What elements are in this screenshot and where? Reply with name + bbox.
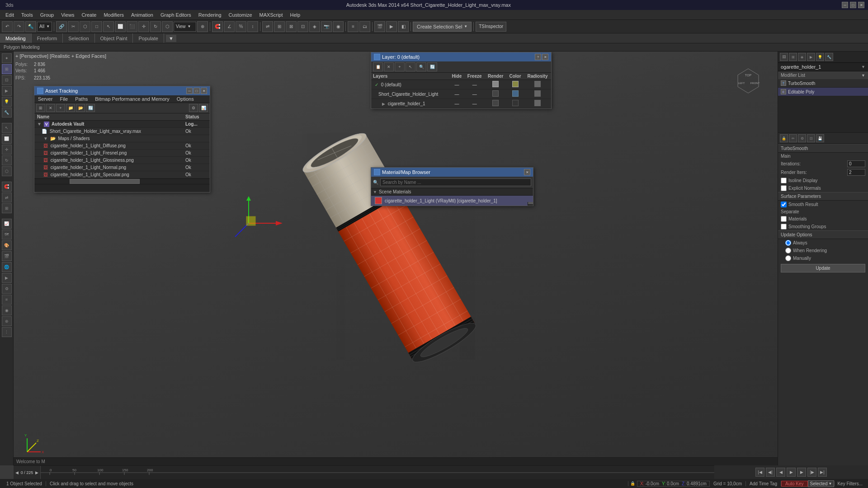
at-btn-5[interactable]: 📂 — [76, 104, 85, 112]
scale-button[interactable]: ⬡ — [162, 21, 173, 32]
angle-snap[interactable]: ∠ — [224, 21, 235, 32]
env-effects-icon[interactable]: 🌐 — [2, 262, 12, 272]
unlink-button[interactable]: ✂ — [68, 21, 79, 32]
menu-help[interactable]: Help — [287, 11, 304, 19]
tab-object-paint[interactable]: Object Paint — [95, 33, 133, 43]
extra-1-icon[interactable]: ◉ — [2, 305, 12, 315]
at-row-maps[interactable]: ▼ 📂 Maps / Shaders — [34, 135, 210, 142]
lw-help-btn[interactable]: ? — [535, 54, 541, 60]
maximize-button[interactable]: □ — [850, 2, 856, 8]
motion-panel-icon[interactable]: ▶ — [2, 86, 12, 96]
tl-end-btn[interactable]: ▶| — [818, 468, 827, 477]
curve-editor-icon[interactable]: 📈 — [2, 219, 12, 229]
manage-scene[interactable]: 🗂 — [359, 21, 370, 32]
reference-coord-dropdown[interactable]: View ▼ — [174, 22, 196, 32]
select-filter-button[interactable]: □ — [91, 21, 102, 32]
lw-cell-cig-radiosity[interactable] — [524, 89, 551, 99]
at-row-vault[interactable]: ▼ V Autodesk Vault Log... — [34, 121, 210, 128]
surface-params-title[interactable]: Surface Parameters — [778, 192, 868, 201]
add-time-tag-status[interactable]: Add Time Tag — [746, 481, 781, 486]
select-move-button[interactable]: ✛ — [138, 21, 149, 32]
rp-icon-5[interactable]: 💡 — [816, 53, 824, 61]
window-crossing-button[interactable]: ⬛ — [127, 21, 137, 32]
at-row-maxfile[interactable]: 📄 Short_Cigarette_Holder_Light_max_vray.… — [34, 128, 210, 135]
ts-isoline-checkbox[interactable] — [781, 178, 787, 183]
edit-icon[interactable]: ✏ — [789, 134, 797, 142]
at-menu-bitmap[interactable]: Bitmap Performance and Memory — [91, 95, 173, 103]
at-row-diffuse[interactable]: 🖼 cigarette_holder_1_Light_Diffuse.png O… — [34, 142, 210, 150]
save-right-icon[interactable]: 💾 — [816, 134, 824, 142]
snap-toggle[interactable]: 🧲 — [212, 21, 223, 32]
timeline-next-btn[interactable]: ▶ — [35, 470, 38, 475]
normal-align[interactable]: ⊡ — [297, 21, 308, 32]
rotate-button[interactable]: ↻ — [150, 21, 161, 32]
menu-animation[interactable]: Animation — [127, 11, 157, 19]
lw-cell-cig1-radiosity[interactable] — [524, 99, 551, 108]
rp-icon-6[interactable]: 🔧 — [825, 53, 833, 61]
viewport-gizmo[interactable]: TOP FRONT LEFT — [732, 65, 764, 97]
lw-cell-cig1-render[interactable] — [485, 99, 506, 108]
when-rendering-radio[interactable] — [785, 248, 791, 253]
at-btn-6[interactable]: 🔄 — [86, 104, 95, 112]
ts-explicit-checkbox[interactable] — [781, 185, 787, 191]
menu-maxscript[interactable]: MAXScript — [256, 11, 287, 19]
lw-cell-default-radiosity[interactable] — [524, 80, 551, 89]
render-setup[interactable]: 🎬 — [374, 21, 385, 32]
at-minimize-btn[interactable]: ─ — [186, 88, 193, 94]
undo-button[interactable]: ↶ — [2, 21, 13, 32]
mb-close-btn[interactable]: ✕ — [524, 169, 530, 175]
tab-selection[interactable]: Selection — [63, 33, 94, 43]
always-radio[interactable] — [785, 240, 791, 246]
scale-side-icon[interactable]: ⬡ — [2, 166, 12, 176]
modifier-turbosmooth[interactable]: T TurboSmooth — [778, 79, 868, 88]
menu-modifiers[interactable]: Modifiers — [100, 11, 127, 19]
extra-2-icon[interactable]: ⊛ — [2, 316, 12, 326]
ts-render-iters-input[interactable] — [847, 169, 865, 176]
lock-icon[interactable]: 🔒 — [780, 134, 788, 142]
lw-new-btn[interactable]: 📋 — [373, 62, 383, 71]
modifier-editable-poly[interactable]: E Editable Poly — [778, 88, 868, 96]
at-menu-file[interactable]: File — [56, 95, 71, 103]
at-maximize-btn[interactable]: □ — [193, 88, 200, 94]
align-to-view[interactable]: ◉ — [333, 21, 344, 32]
lw-close-btn[interactable]: ✕ — [542, 54, 548, 60]
pivot-button[interactable]: ⊕ — [197, 21, 208, 32]
material-browser-title-bar[interactable]: Material/Map Browser ✕ — [371, 168, 533, 177]
menu-tools[interactable]: Tools — [18, 11, 37, 19]
lw-refresh-btn[interactable]: 🔄 — [427, 62, 437, 71]
material-browser-scrollbar[interactable] — [528, 202, 533, 206]
at-row-normal[interactable]: 🖼 cigarette_holder_1_Light_Normal.png Ok — [34, 164, 210, 171]
material-item-cig[interactable]: cigarette_holder_1_Light (VRayMtl) [ciga… — [371, 196, 533, 206]
display-panel-icon[interactable]: 💡 — [2, 97, 12, 107]
turbosmooth-section-title[interactable]: TurboSmooth — [778, 144, 868, 153]
layers-side-icon[interactable]: ≡ — [2, 295, 12, 305]
tab-populate[interactable]: Populate — [133, 33, 164, 43]
materials-checkbox[interactable] — [781, 216, 787, 222]
smooth-result-checkbox[interactable] — [781, 202, 787, 207]
lw-find-btn[interactable]: 🔍 — [416, 62, 426, 71]
viewport-settings-icon[interactable]: ⚙ — [2, 284, 12, 294]
align-right-icon[interactable]: ⊡ — [807, 134, 815, 142]
menu-group[interactable]: Group — [37, 11, 58, 19]
render-frame[interactable]: ▶ — [386, 21, 397, 32]
at-btn-4[interactable]: 📁 — [66, 104, 75, 112]
material-search-input[interactable] — [380, 178, 531, 186]
rp-icon-3[interactable]: ◈ — [798, 53, 806, 61]
layer-window-title-bar[interactable]: Layer: 0 (default) ? ✕ — [371, 52, 551, 61]
tl-start-btn[interactable]: |◀ — [755, 468, 764, 477]
at-menu-server[interactable]: Server — [34, 95, 56, 103]
select-region-button[interactable]: ⬜ — [115, 21, 126, 32]
at-row-specular[interactable]: 🖼 cigarette_holder_1_Light_Specular.png … — [34, 171, 210, 178]
lw-row-cig1[interactable]: ▶ cigarette_holder_1 — — — [371, 99, 551, 108]
modifier-list-header[interactable]: Modifier List ▼ — [778, 71, 868, 79]
align-camera[interactable]: 📷 — [321, 21, 332, 32]
tab-modeling[interactable]: Modeling — [0, 33, 32, 43]
lw-cell-cig1-color[interactable] — [506, 99, 524, 108]
at-menu-paths[interactable]: Paths — [71, 95, 91, 103]
lw-delete-btn[interactable]: ✕ — [384, 62, 394, 71]
at-close-btn[interactable]: ✕ — [201, 88, 207, 94]
activeshade[interactable]: ◧ — [398, 21, 409, 32]
at-btn-8[interactable]: 📊 — [199, 104, 208, 112]
extra-3-icon[interactable]: ⋮ — [2, 327, 12, 337]
modify-panel-icon[interactable]: ⊞ — [2, 64, 12, 74]
